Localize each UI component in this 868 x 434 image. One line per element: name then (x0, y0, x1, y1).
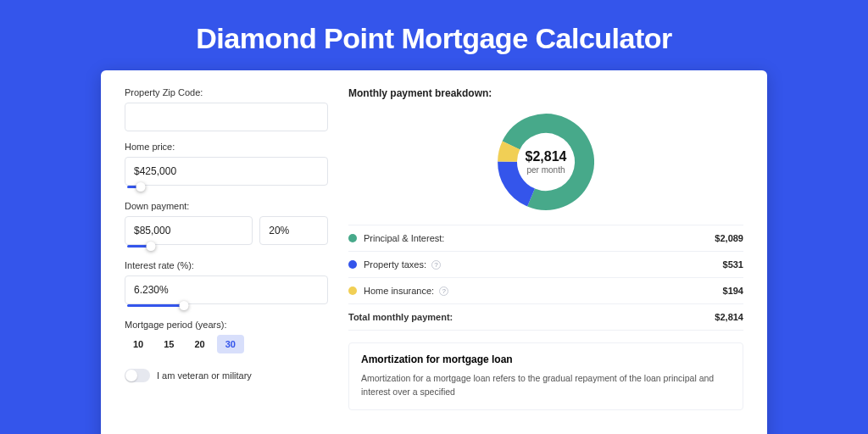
period-option-10[interactable]: 10 (125, 335, 152, 353)
slider-track (127, 304, 186, 307)
interest-rate-slider[interactable] (125, 301, 328, 309)
period-option-15[interactable]: 15 (155, 335, 182, 353)
slider-thumb[interactable] (136, 182, 146, 192)
info-icon[interactable]: ? (439, 287, 448, 296)
donut-chart: $2,814 per month (495, 111, 597, 213)
breakdown-value: $194 (723, 286, 743, 296)
zip-input[interactable] (125, 103, 328, 131)
amortization-section: Amortization for mortgage loan Amortizat… (348, 342, 743, 410)
page-title: Diamond Point Mortgage Calculator (0, 0, 868, 70)
home-price-field: Home price: (125, 142, 328, 191)
donut-amount: $2,814 (526, 149, 567, 164)
results-column: Monthly payment breakdown: $2,814 per mo… (348, 87, 743, 410)
period-option-30[interactable]: 30 (217, 335, 244, 353)
info-icon[interactable]: ? (431, 260, 441, 270)
breakdown-value: $2,089 (715, 233, 743, 243)
amortization-title: Amortization for mortgage loan (361, 353, 731, 365)
breakdown-title: Monthly payment breakdown: (348, 87, 743, 99)
veteran-toggle[interactable] (125, 369, 150, 382)
total-value: $2,814 (715, 312, 743, 322)
interest-rate-field: Interest rate (%): (125, 260, 328, 309)
breakdown-row: Property taxes:?$531 (348, 252, 743, 278)
interest-rate-input[interactable] (125, 275, 328, 304)
donut-chart-wrap: $2,814 per month (348, 108, 743, 225)
down-payment-label: Down payment: (125, 201, 328, 211)
donut-center: $2,814 per month (495, 111, 597, 213)
veteran-label: I am veteran or military (157, 370, 252, 381)
mortgage-period-label: Mortgage period (years): (125, 320, 328, 330)
breakdown-label: Principal & Interest: (364, 233, 444, 243)
breakdown-list: Principal & Interest:$2,089Property taxe… (348, 225, 743, 331)
legend-dot (348, 287, 357, 295)
home-price-input[interactable] (125, 157, 328, 186)
period-option-20[interactable]: 20 (186, 335, 214, 353)
down-payment-percent-input[interactable] (259, 216, 328, 245)
zip-label: Property Zip Code: (125, 87, 328, 97)
legend-dot (348, 260, 357, 269)
inputs-column: Property Zip Code: Home price: Down paym… (125, 87, 328, 410)
interest-rate-label: Interest rate (%): (125, 260, 328, 270)
down-payment-amount-input[interactable] (125, 216, 253, 245)
amortization-text: Amortization for a mortgage loan refers … (361, 372, 731, 399)
slider-thumb[interactable] (147, 242, 156, 251)
donut-sublabel: per month (526, 165, 565, 175)
down-payment-field: Down payment: (125, 201, 328, 250)
breakdown-row: Home insurance:?$194 (348, 278, 743, 304)
home-price-slider[interactable] (125, 182, 328, 191)
breakdown-label: Property taxes: (364, 259, 426, 270)
toggle-knob (125, 370, 137, 381)
breakdown-value: $531 (723, 259, 743, 270)
slider-thumb[interactable] (179, 301, 188, 310)
mortgage-period-field: Mortgage period (years): 10152030 (125, 320, 328, 353)
breakdown-label: Home insurance: (364, 286, 434, 296)
breakdown-row: Principal & Interest:$2,089 (348, 225, 743, 252)
home-price-label: Home price: (125, 142, 328, 152)
veteran-toggle-row: I am veteran or military (125, 369, 328, 382)
calculator-card: Property Zip Code: Home price: Down paym… (101, 70, 767, 434)
legend-dot (348, 234, 357, 242)
zip-field: Property Zip Code: (125, 87, 328, 131)
total-label: Total monthly payment: (348, 312, 453, 322)
period-options: 10152030 (125, 335, 328, 353)
breakdown-total-row: Total monthly payment:$2,814 (348, 304, 743, 331)
down-payment-slider[interactable] (125, 242, 257, 250)
